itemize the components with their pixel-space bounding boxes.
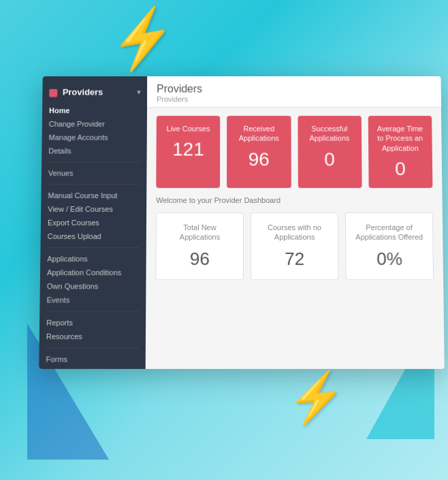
welcome-text: Welcome to your Provider Dashboard bbox=[156, 196, 433, 204]
page-title: Providers bbox=[157, 83, 432, 95]
stat-card-received-value: 96 bbox=[234, 148, 284, 170]
sidebar-item-change-provider[interactable]: Change Provider bbox=[42, 117, 147, 131]
main-window: Providers ▾ Home Change Provider Manage … bbox=[39, 76, 445, 369]
sidebar-item-resources[interactable]: Resources bbox=[39, 330, 146, 343]
sidebar-divider-5 bbox=[46, 347, 139, 348]
secondary-card-courses-no-apps: Courses with no Applications 72 bbox=[251, 212, 339, 281]
content-body: Live Courses 121 Received Applications 9… bbox=[146, 108, 443, 289]
stat-card-average-label: Average Time to Process an Application bbox=[375, 124, 426, 153]
sidebar-item-forms[interactable]: Forms bbox=[39, 352, 146, 366]
sidebar-item-events[interactable]: Events bbox=[39, 293, 146, 306]
secondary-card-total-new: Total New Applications 96 bbox=[156, 212, 244, 281]
sidebar-item-manual-course-input[interactable]: Manual Course Input bbox=[41, 189, 146, 202]
secondary-card-total-new-label: Total New Applications bbox=[163, 223, 236, 242]
sidebar-divider-4 bbox=[46, 311, 139, 312]
main-content: Providers Providers Live Courses 121 Rec… bbox=[146, 76, 445, 369]
sidebar-item-view-edit-courses[interactable]: View / Edit Courses bbox=[41, 202, 146, 216]
sidebar-divider-2 bbox=[48, 184, 140, 185]
content-header: Providers Providers bbox=[147, 76, 441, 108]
stat-card-successful-label: Successful Applications bbox=[304, 124, 355, 143]
lightning-bolt-top-icon: ⚡ bbox=[104, 1, 182, 76]
sidebar-provider-header[interactable]: Providers ▾ bbox=[42, 82, 147, 102]
secondary-card-percentage-offered: Percentage of Applications Offered 0% bbox=[345, 212, 434, 281]
breadcrumb: Providers bbox=[157, 95, 432, 103]
stats-row: Live Courses 121 Received Applications 9… bbox=[156, 116, 432, 188]
sidebar-item-manage-accounts[interactable]: Manage Accounts bbox=[42, 131, 146, 144]
secondary-card-percentage-label: Percentage of Applications Offered bbox=[353, 223, 426, 242]
stat-card-average-value: 0 bbox=[375, 158, 426, 180]
sidebar-item-details[interactable]: Details bbox=[42, 144, 146, 158]
sidebar-item-venues[interactable]: Venues bbox=[42, 166, 147, 180]
sidebar-item-reports[interactable]: Reports bbox=[39, 316, 146, 330]
sidebar-divider-1 bbox=[48, 161, 140, 162]
stat-card-received-label: Received Applications bbox=[234, 124, 284, 143]
sidebar-item-applications[interactable]: Applications bbox=[40, 252, 146, 266]
sidebar-nav: Home Change Provider Manage Accounts Det… bbox=[39, 102, 147, 367]
stat-card-average-time: Average Time to Process an Application 0 bbox=[368, 116, 432, 188]
secondary-card-percentage-value: 0% bbox=[353, 249, 426, 270]
secondary-card-courses-no-apps-label: Courses with no Applications bbox=[258, 223, 331, 242]
sidebar-divider-3 bbox=[48, 247, 140, 248]
stat-card-received-applications: Received Applications 96 bbox=[227, 116, 291, 188]
sidebar-item-application-conditions[interactable]: Application Conditions bbox=[40, 266, 146, 279]
secondary-card-courses-no-apps-value: 72 bbox=[258, 249, 331, 270]
secondary-stats-row: Total New Applications 96 Courses with n… bbox=[156, 212, 434, 281]
sidebar-item-home[interactable]: Home bbox=[42, 103, 147, 117]
sidebar-item-own-questions[interactable]: Own Questions bbox=[40, 279, 146, 293]
stat-card-live-courses-value: 121 bbox=[163, 139, 213, 161]
stat-card-successful-value: 0 bbox=[304, 148, 355, 170]
stat-card-live-courses-label: Live Courses bbox=[163, 124, 214, 133]
lightning-bolt-bottom-icon: ⚡ bbox=[285, 367, 349, 428]
stat-card-successful-applications: Successful Applications 0 bbox=[298, 116, 362, 188]
sidebar-provider-label: Providers bbox=[63, 87, 103, 97]
secondary-card-total-new-value: 96 bbox=[163, 249, 236, 270]
sidebar-item-export-courses[interactable]: Export Courses bbox=[41, 216, 146, 229]
chevron-down-icon: ▾ bbox=[137, 89, 140, 96]
sidebar-item-courses-upload[interactable]: Courses Upload bbox=[41, 229, 146, 243]
sidebar: Providers ▾ Home Change Provider Manage … bbox=[39, 76, 147, 369]
provider-icon: Providers bbox=[49, 87, 103, 97]
stat-card-live-courses: Live Courses 121 bbox=[156, 116, 220, 188]
